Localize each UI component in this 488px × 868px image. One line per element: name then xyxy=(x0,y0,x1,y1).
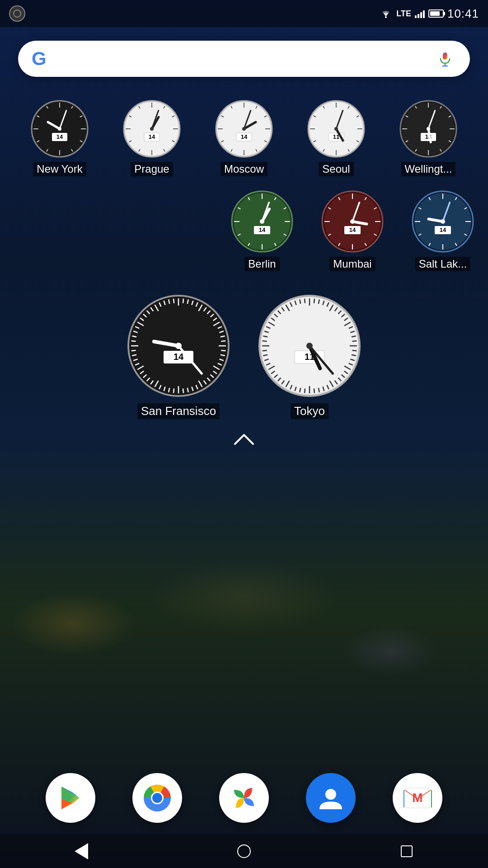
recents-square-icon xyxy=(401,845,413,857)
nav-home-button[interactable] xyxy=(230,838,258,865)
google-logo: G xyxy=(32,48,47,70)
svg-text:14: 14 xyxy=(440,226,446,233)
mic-icon[interactable] xyxy=(434,47,456,70)
camera-icon xyxy=(9,5,25,22)
svg-point-300 xyxy=(325,789,336,800)
clock-label-wellington: Wellingt... xyxy=(401,162,456,176)
svg-point-299 xyxy=(152,793,162,803)
play-store-icon xyxy=(57,784,84,811)
home-circle-icon xyxy=(237,844,251,858)
search-bar[interactable]: G xyxy=(18,41,470,77)
svg-point-155 xyxy=(441,219,445,224)
clock-item-san-francisco[interactable]: 14 San Fransisco xyxy=(127,294,230,419)
svg-line-205 xyxy=(131,341,136,341)
svg-point-136 xyxy=(350,219,355,224)
dock-play-store[interactable] xyxy=(46,773,95,823)
clock-label-berlin: Berlin xyxy=(244,257,279,271)
svg-point-223 xyxy=(175,343,182,349)
svg-text:M: M xyxy=(412,791,422,805)
clock-item-wellington[interactable]: 14 Wellingt... xyxy=(399,99,458,176)
clock-label-san-francisco: San Fransisco xyxy=(137,403,220,419)
clock-item-tokyo[interactable]: 11 Tokyo xyxy=(258,294,361,419)
clock-item-moscow[interactable]: 14 Moscow xyxy=(215,99,273,176)
svg-point-41 xyxy=(150,127,154,131)
clock-label-moscow: Moscow xyxy=(221,162,267,176)
clock-row-2: 14 Berlin xyxy=(0,185,488,276)
clock-item-salt-lake[interactable]: 14 Salt Lak... xyxy=(411,190,474,271)
battery-fill xyxy=(430,11,440,16)
nav-bar xyxy=(0,834,488,868)
dock-gmail[interactable]: M xyxy=(393,773,442,823)
battery-icon xyxy=(428,9,444,18)
svg-line-188 xyxy=(183,388,183,393)
svg-text:14: 14 xyxy=(149,133,155,140)
svg-line-255 xyxy=(314,388,314,393)
clock-face-new-york: 14 xyxy=(30,99,89,158)
svg-point-79 xyxy=(334,127,338,131)
svg-line-203 xyxy=(131,350,136,351)
back-triangle-icon xyxy=(75,843,88,859)
clock-face-tokyo: 11 xyxy=(258,294,361,398)
gmail-icon: M xyxy=(403,787,432,809)
clock-item-prague[interactable]: 14 Prague xyxy=(122,99,181,176)
clock-face-seoul: 11 xyxy=(307,99,366,158)
svg-point-22 xyxy=(58,127,61,131)
clock-item-seoul[interactable]: 11 Seoul xyxy=(307,99,366,176)
svg-line-190 xyxy=(174,388,174,393)
svg-line-270 xyxy=(263,350,267,351)
pinwheel-icon xyxy=(230,783,259,813)
signal-bars xyxy=(415,9,425,18)
app-dock: M xyxy=(0,764,488,832)
svg-line-242 xyxy=(352,350,357,351)
svg-line-160 xyxy=(183,299,183,303)
dock-pinwheel[interactable] xyxy=(219,773,269,823)
svg-text:14: 14 xyxy=(349,226,356,233)
nav-recents-button[interactable] xyxy=(393,838,420,865)
svg-point-117 xyxy=(260,219,264,224)
svg-point-0 xyxy=(385,16,387,18)
clock-label-tokyo: Tokyo xyxy=(291,403,328,419)
svg-line-240 xyxy=(352,341,357,341)
svg-line-173 xyxy=(221,341,225,341)
svg-line-285 xyxy=(305,299,305,303)
clock-face-mumbai: 14 xyxy=(321,190,384,253)
search-bar-container: G xyxy=(0,27,488,90)
status-time: 10:41 xyxy=(447,7,479,21)
clock-label-seoul: Seoul xyxy=(319,162,353,176)
lte-indicator: LTE xyxy=(396,9,411,19)
clock-item-new-york[interactable]: 14 New York xyxy=(30,99,89,176)
svg-line-257 xyxy=(305,388,305,393)
dock-contacts[interactable] xyxy=(306,773,356,823)
clock-label-new-york: New York xyxy=(33,162,86,176)
clock-face-wellington: 14 xyxy=(399,99,458,158)
clock-face-berlin: 14 xyxy=(230,190,294,253)
status-right: LTE 10:41 xyxy=(379,7,479,21)
clock-item-mumbai[interactable]: 14 Mumbai xyxy=(321,190,384,271)
clock-item-berlin[interactable]: 14 Berlin xyxy=(230,190,294,271)
chevron-up-button[interactable] xyxy=(0,428,488,451)
clock-face-san-francisco: 14 xyxy=(127,294,230,398)
dock-chrome[interactable] xyxy=(132,773,182,823)
svg-line-272 xyxy=(263,341,267,341)
svg-rect-1 xyxy=(443,52,447,60)
chrome-icon xyxy=(141,782,173,814)
svg-point-98 xyxy=(427,127,430,131)
clock-label-mumbai: Mumbai xyxy=(329,257,375,271)
svg-line-175 xyxy=(221,350,225,351)
contacts-icon xyxy=(317,784,344,811)
svg-line-218 xyxy=(174,299,174,303)
clock-row-1: 14 New York xyxy=(0,90,488,185)
google-g: G xyxy=(32,48,47,70)
svg-point-290 xyxy=(306,343,313,349)
chevron-up-icon xyxy=(233,433,255,446)
svg-text:14: 14 xyxy=(259,226,266,233)
clock-row-large: 14 San Fransisco xyxy=(0,276,488,428)
svg-point-60 xyxy=(242,127,246,131)
svg-text:14: 14 xyxy=(174,352,184,362)
clock-face-prague: 14 xyxy=(122,99,181,158)
nav-back-button[interactable] xyxy=(68,838,95,865)
svg-text:14: 14 xyxy=(241,133,248,140)
clock-face-moscow: 14 xyxy=(215,99,273,158)
svg-line-227 xyxy=(314,299,314,303)
wifi-icon xyxy=(379,8,393,19)
